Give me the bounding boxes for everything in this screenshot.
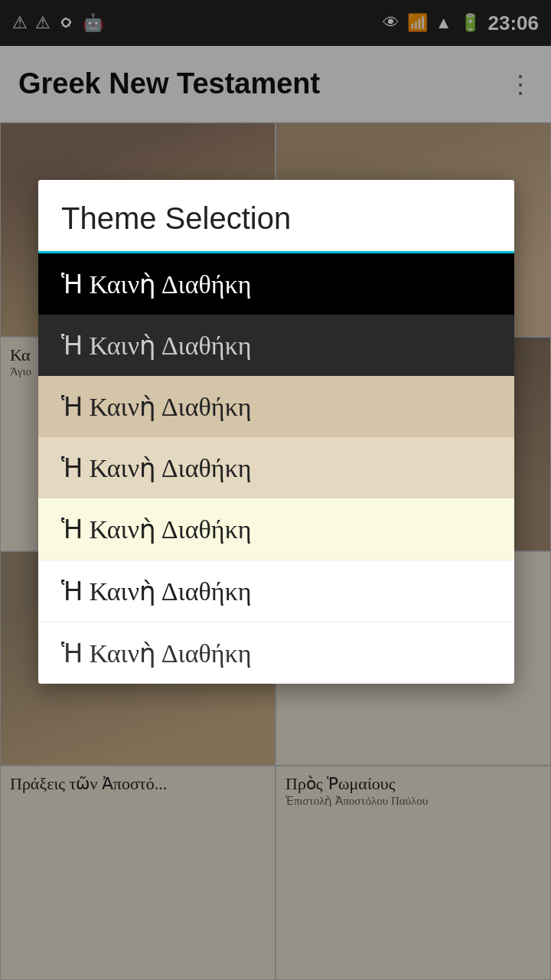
theme-option-1[interactable]: Ἡ Καινὴ Διαθήκη <box>38 253 514 315</box>
theme-option-2-text: Ἡ Καινὴ Διαθήκη <box>61 330 252 361</box>
theme-option-3-text: Ἡ Καινὴ Διαθήκη <box>61 391 252 422</box>
theme-option-7[interactable]: Ἡ Καινὴ Διαθήκη <box>38 622 514 684</box>
theme-option-2[interactable]: Ἡ Καινὴ Διαθήκη <box>38 315 514 376</box>
theme-option-1-text: Ἡ Καινὴ Διαθήκη <box>61 269 252 299</box>
theme-option-6[interactable]: Ἡ Καινὴ Διαθήκη <box>38 560 514 622</box>
theme-option-6-text: Ἡ Καινὴ Διαθήκη <box>61 576 252 606</box>
theme-option-7-text: Ἡ Καινὴ Διαθήκη <box>61 638 252 668</box>
dialog-header: Theme Selection <box>38 180 514 253</box>
theme-option-4-text: Ἡ Καινὴ Διαθήκη <box>61 452 252 483</box>
theme-option-4[interactable]: Ἡ Καινὴ Διαθήκη <box>38 437 514 498</box>
theme-option-3[interactable]: Ἡ Καινὴ Διαθήκη <box>38 376 514 437</box>
theme-selection-dialog: Theme Selection Ἡ Καινὴ Διαθήκη Ἡ Καινὴ … <box>38 180 514 684</box>
dialog-title: Theme Selection <box>61 201 291 235</box>
theme-option-5[interactable]: Ἡ Καινὴ Διαθήκη <box>38 498 514 560</box>
theme-option-5-text: Ἡ Καινὴ Διαθήκη <box>61 514 252 544</box>
